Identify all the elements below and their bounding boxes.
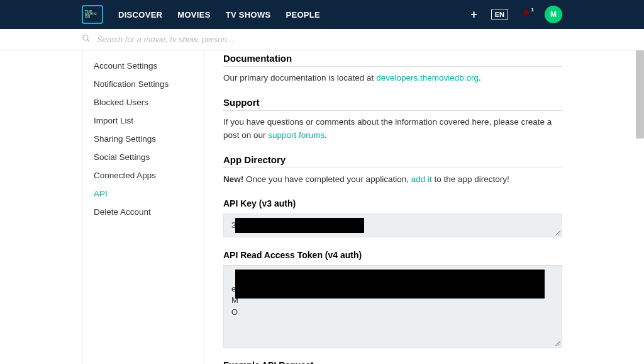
api-key-field[interactable]: 3 (223, 213, 562, 237)
redacted-block (235, 218, 364, 233)
top-header: THE MOVIE DB DISCOVER MOVIES TV SHOWS PE… (0, 0, 644, 29)
text: . (479, 73, 481, 82)
main-content: Documentation Our primary documentation … (223, 50, 562, 364)
sidebar-item-blocked-users[interactable]: Blocked Users (82, 93, 204, 111)
header-right: + EN 1 M (470, 6, 562, 23)
sidebar-item-social-settings[interactable]: Social Settings (82, 148, 204, 166)
plus-icon[interactable]: + (470, 8, 477, 21)
redacted-block (235, 270, 545, 299)
support-heading: Support (223, 97, 562, 111)
resize-handle-icon (555, 230, 560, 236)
access-token-field[interactable]: e M O (223, 265, 562, 348)
example-request-label: Example API Request (223, 360, 562, 364)
avatar[interactable]: M (545, 6, 562, 23)
sidebar-item-sharing-settings[interactable]: Sharing Settings (82, 130, 204, 148)
sidebar-item-notification-settings[interactable]: Notification Settings (82, 75, 204, 93)
documentation-link[interactable]: developers.themoviedb.org (376, 73, 479, 82)
language-selector[interactable]: EN (491, 9, 508, 20)
nav-tvshows[interactable]: TV SHOWS (226, 10, 271, 20)
sidebar-item-import-list[interactable]: Import List (82, 111, 204, 130)
resize-handle-icon (555, 341, 560, 346)
scrollbar[interactable] (636, 50, 644, 139)
new-badge: New! (223, 174, 243, 184)
text: to the app directory! (432, 174, 509, 184)
support-text: If you have questions or comments about … (223, 116, 562, 142)
search-icon (82, 34, 97, 45)
nav-discover[interactable]: DISCOVER (118, 10, 162, 20)
text: Our primary documentation is located at (223, 73, 376, 82)
add-it-link[interactable]: add it (411, 174, 432, 184)
search-bar (0, 29, 644, 50)
access-token-label: API Read Access Token (v4 auth) (223, 250, 562, 260)
support-link[interactable]: support forums (268, 130, 325, 140)
main-nav: DISCOVER MOVIES TV SHOWS PEOPLE (118, 10, 320, 20)
settings-sidebar: Account Settings Notification Settings B… (82, 50, 204, 364)
logo-line: DB (85, 16, 102, 18)
text: . (325, 130, 327, 140)
sidebar-item-connected-apps[interactable]: Connected Apps (82, 166, 204, 185)
nav-movies[interactable]: MOVIES (177, 10, 210, 20)
nav-people[interactable]: PEOPLE (286, 10, 320, 20)
app-directory-text: New! Once you have completed your applic… (223, 173, 562, 186)
api-key-label: API Key (v3 auth) (223, 198, 562, 208)
app-directory-heading: App Directory (223, 154, 562, 168)
text: Once you have completed your application… (243, 174, 411, 184)
header-left: THE MOVIE DB DISCOVER MOVIES TV SHOWS PE… (82, 5, 320, 24)
content-container: Account Settings Notification Settings B… (0, 50, 644, 364)
bell-icon (522, 9, 531, 20)
search-input[interactable] (97, 35, 348, 44)
notifications-button[interactable]: 1 (522, 9, 531, 20)
tmdb-logo[interactable]: THE MOVIE DB (82, 5, 103, 24)
sidebar-item-delete-account[interactable]: Delete Account (82, 203, 204, 221)
documentation-text: Our primary documentation is located at … (223, 72, 562, 84)
sidebar-item-account-settings[interactable]: Account Settings (82, 57, 204, 75)
documentation-heading: Documentation (223, 53, 562, 67)
notification-count: 1 (531, 7, 534, 13)
sidebar-item-api[interactable]: API (82, 185, 204, 203)
